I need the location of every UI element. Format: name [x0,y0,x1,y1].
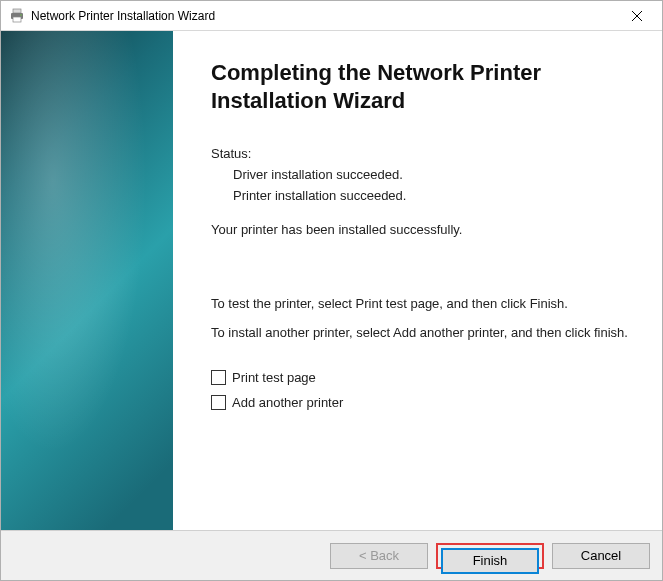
wizard-content: Completing the Network Printer Installat… [173,31,662,530]
close-button[interactable] [614,2,660,30]
svg-point-3 [20,14,22,16]
status-label: Status: [211,146,628,161]
cancel-button[interactable]: Cancel [552,543,650,569]
wizard-body: Completing the Network Printer Installat… [1,31,662,530]
titlebar: Network Printer Installation Wizard [1,1,662,31]
test-instruction: To test the printer, select Print test p… [211,295,628,313]
status-line-printer: Printer installation succeeded. [233,188,628,203]
svg-rect-0 [13,9,21,13]
status-line-driver: Driver installation succeeded. [233,167,628,182]
checkbox-box-icon [211,395,226,410]
page-heading: Completing the Network Printer Installat… [211,59,628,114]
checkbox-add-another-printer[interactable]: Add another printer [211,395,628,410]
back-button: < Back [330,543,428,569]
wizard-sidebar-graphic [1,31,173,530]
checkbox-print-test-page[interactable]: Print test page [211,370,628,385]
finish-button[interactable]: Finish [441,548,539,574]
checkbox-label: Print test page [232,370,316,385]
wizard-footer: < Back Finish Cancel [1,530,662,580]
checkbox-label: Add another printer [232,395,343,410]
window-title: Network Printer Installation Wizard [31,9,614,23]
success-message: Your printer has been installed successf… [211,221,628,239]
status-lines: Driver installation succeeded. Printer i… [211,167,628,203]
svg-rect-2 [13,17,21,22]
printer-icon [9,8,25,24]
finish-button-highlight: Finish [436,543,544,569]
checkbox-box-icon [211,370,226,385]
add-instruction: To install another printer, select Add a… [211,324,628,342]
